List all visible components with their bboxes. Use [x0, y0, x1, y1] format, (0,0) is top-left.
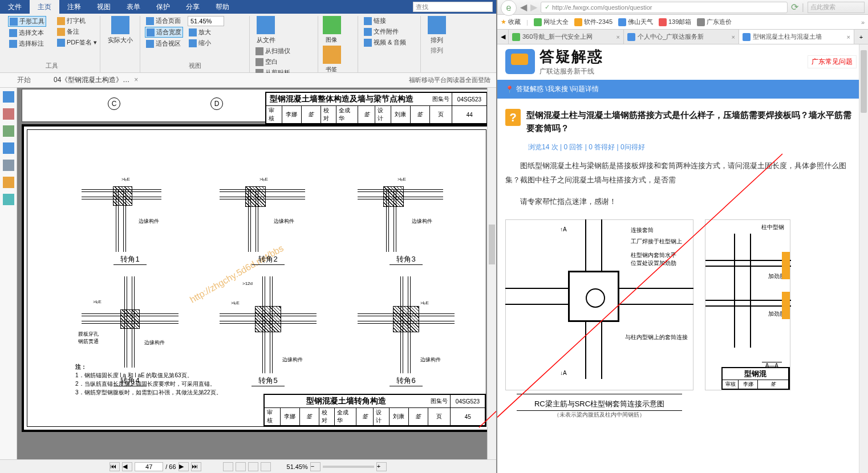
- bookmark-3[interactable]: 佛山天气: [618, 18, 653, 26]
- last-page-button[interactable]: ⏭: [191, 462, 201, 471]
- tab-view[interactable]: 视图: [89, 0, 119, 14]
- fit-width-button[interactable]: 适合宽度: [145, 27, 183, 38]
- comments-panel-icon[interactable]: [3, 142, 14, 154]
- browser-search-input[interactable]: 点此搜索: [808, 2, 865, 13]
- attach-button[interactable]: 文件附件: [363, 27, 407, 36]
- fit-page-button[interactable]: 适合页面: [145, 16, 183, 26]
- viewer-body: C D 型钢混凝土墙整体构造及墙与梁节点构造图集号04SG523 审核李娜签 校…: [0, 88, 496, 459]
- zoom-out-status[interactable]: −: [310, 462, 321, 471]
- browser-logo-icon[interactable]: e: [501, 0, 517, 16]
- view-mode-1[interactable]: [223, 462, 233, 471]
- caption-6: 转角6: [390, 376, 422, 386]
- media-button[interactable]: 视频 & 音频: [363, 38, 407, 47]
- select-text-button[interactable]: 选择文本: [8, 28, 46, 38]
- view-mode-2[interactable]: [236, 462, 246, 471]
- hand-tool-button[interactable]: 手形工具: [8, 16, 46, 27]
- zoom-in-button[interactable]: 放大: [188, 27, 224, 37]
- tab-scroll-left[interactable]: ◀: [497, 30, 509, 44]
- view-mode-4[interactable]: [261, 462, 271, 471]
- refresh-button[interactable]: ⟳: [791, 2, 798, 13]
- bookmark-5[interactable]: 广东造价: [697, 18, 732, 26]
- close-icon[interactable]: ×: [847, 34, 850, 40]
- detail-1: >l₀E 边缘构件 转角1: [70, 155, 190, 265]
- note-button[interactable]: 备注: [56, 27, 98, 36]
- tab-home[interactable]: 主页: [30, 0, 59, 14]
- zoom-input[interactable]: [188, 16, 224, 26]
- tab-comment[interactable]: 注释: [59, 0, 89, 14]
- tab-share[interactable]: 分享: [178, 0, 208, 14]
- zoom-in-status[interactable]: +: [376, 462, 387, 471]
- bookmark-more[interactable]: »: [861, 19, 865, 26]
- close-icon[interactable]: ×: [134, 76, 138, 84]
- detail-2: >l₀E 边缘构件 转角2: [208, 155, 328, 265]
- arrange-button[interactable]: 排列: [425, 35, 448, 45]
- link-button[interactable]: 链接: [363, 16, 407, 26]
- close-icon[interactable]: ×: [732, 34, 735, 40]
- image-button[interactable]: 图像: [323, 35, 340, 44]
- back-button[interactable]: ◀: [520, 2, 527, 13]
- attach-panel-icon[interactable]: [3, 160, 14, 171]
- first-page-button[interactable]: ⏮: [109, 462, 120, 471]
- breadcrumb-text[interactable]: 答疑解惑 \我来搜 \问题详情: [516, 84, 599, 94]
- ribbon-search-input[interactable]: 查找: [413, 2, 493, 12]
- tab-protect[interactable]: 保护: [148, 0, 178, 14]
- next-page-button[interactable]: ▶: [179, 462, 189, 471]
- bookmark-4[interactable]: 139邮箱: [659, 18, 691, 26]
- bookmark-2[interactable]: 软件-2345: [574, 18, 613, 26]
- zoom-slider[interactable]: [323, 466, 374, 468]
- caption-3: 转角3: [390, 254, 422, 265]
- pdf-scrollbar[interactable]: [487, 88, 496, 459]
- tab-help[interactable]: 帮助: [208, 0, 237, 14]
- security-panel-icon[interactable]: [3, 177, 14, 188]
- forward-button[interactable]: ▶: [530, 2, 537, 13]
- sign-panel-icon[interactable]: [3, 194, 14, 205]
- address-bar[interactable]: ✓http://e.fwxgx.com/question/questior: [541, 2, 788, 13]
- image-icon[interactable]: [323, 16, 341, 34]
- bookmark-icon[interactable]: [323, 46, 341, 64]
- zoom-out-button[interactable]: 缩小: [188, 38, 224, 48]
- browser-tab-3[interactable]: 型钢混凝土柱与混凝土墙×: [739, 30, 854, 44]
- figure-2: 柱中型钢 加劲肋 加劲肋 A—A 型钢混 审核李娜签: [705, 219, 790, 390]
- svg-rect-3: [3, 142, 14, 154]
- grid-bubble-d: D: [210, 97, 223, 110]
- site-hero: 答疑解惑 广联达服务新干线 广东常见问题: [497, 44, 868, 80]
- titleblock-bottom: 型钢混凝土墙转角构造图集号04SG523 审核李娜签 校对全成华签 设计刘康签 …: [263, 394, 486, 426]
- snapshot-icon[interactable]: [111, 16, 129, 34]
- view-mode-3[interactable]: [248, 462, 258, 471]
- browser-scrollbar[interactable]: [859, 44, 868, 473]
- pdf-status-bar: ⏮ ◀ / 66 ▶ ⏭ 51.45% − +: [0, 459, 496, 473]
- select-annotation-button[interactable]: 选择标注: [8, 39, 46, 48]
- doc-tab-start[interactable]: 开始: [6, 75, 42, 85]
- browser-tab-2[interactable]: 个人中心_广联达服务新×: [624, 30, 739, 44]
- page-area[interactable]: C D 型钢混凝土墙整体构造及墙与梁节点构造图集号04SG523 审核李娜签 校…: [17, 88, 496, 459]
- from-file-icon[interactable]: [257, 16, 275, 34]
- browser-toolbar: e ◀ ▶ ✓http://e.fwxgx.com/question/quest…: [497, 0, 868, 15]
- orange-tab-2: [782, 292, 790, 319]
- pdf-sign-button[interactable]: PDF签名 ▾: [56, 38, 98, 47]
- arrange-icon[interactable]: [428, 16, 446, 34]
- bookmark-1[interactable]: 网址大全: [534, 18, 569, 26]
- bookmark-panel-icon[interactable]: [3, 91, 14, 103]
- browser-tabs: ◀ 360导航_新一代安全上网× 个人中心_广联达服务新× 型钢混凝土柱与混凝土…: [497, 30, 868, 44]
- new-tab-button[interactable]: +: [854, 30, 868, 44]
- drawing-grid: >l₀E 边缘构件 转角1 >l₀E 边缘构件: [70, 155, 467, 356]
- from-scanner-button[interactable]: 从扫描仪: [254, 46, 291, 56]
- question-figure: ↑A 连接套筒 工厂焊接于柱型钢上 柱型钢内套筒水平 位置处设置加劲肋 与柱内型…: [505, 219, 868, 419]
- close-icon[interactable]: ×: [616, 34, 620, 40]
- tab-file[interactable]: 文件: [0, 0, 30, 14]
- doc-tab-current[interactable]: 04《型钢混凝土构造》…×: [42, 75, 149, 85]
- blank-button[interactable]: 空白: [254, 57, 291, 67]
- prev-page-button[interactable]: ◀: [122, 462, 132, 471]
- tab-form[interactable]: 表单: [119, 0, 148, 14]
- faq-link[interactable]: 广东常见问题: [808, 55, 857, 68]
- bookmark-fav[interactable]: ★收藏: [501, 18, 521, 26]
- layers-panel-icon[interactable]: [3, 125, 14, 137]
- from-file-button[interactable]: 从文件: [254, 35, 277, 45]
- page-number-input[interactable]: [135, 462, 163, 471]
- fit-view-button[interactable]: 适合视区: [145, 39, 183, 48]
- figure-titleblock: 型钢混 审核李娜签: [721, 367, 790, 390]
- browser-tab-1[interactable]: 360导航_新一代安全上网×: [509, 30, 624, 44]
- actual-size-button[interactable]: 实际大小: [105, 35, 135, 45]
- typewriter-button[interactable]: 打字机: [56, 16, 98, 26]
- pages-panel-icon[interactable]: [3, 108, 14, 120]
